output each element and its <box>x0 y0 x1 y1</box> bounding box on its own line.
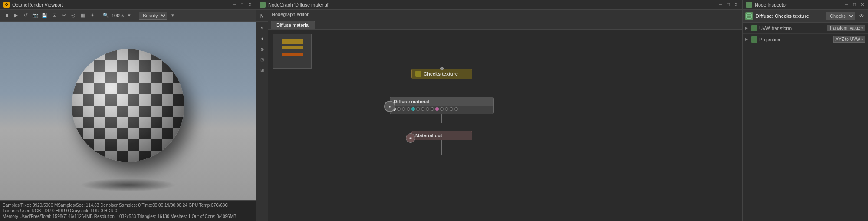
status-bar: Samples/Pixel: 3920/5000 MSamples/Sec: 1… <box>0 200 256 221</box>
close-button[interactable]: ✕ <box>248 3 252 7</box>
sidebar-select-btn[interactable]: ↖ <box>257 23 267 33</box>
save-image-button[interactable]: 💾 <box>41 12 49 20</box>
editor-label-text: Nodegraph editor <box>272 12 309 17</box>
inspector-window-controls: ─ □ ✕ <box>845 3 865 7</box>
port-14[interactable] <box>454 107 458 111</box>
zoom-value: 100% <box>112 13 124 18</box>
focus-button[interactable]: ◎ <box>69 12 77 20</box>
toolbar-sep-1 <box>99 12 99 19</box>
status-line-2: Textures Used RGB LDR 0 HDR 0 Grayscale … <box>3 208 253 213</box>
port-6[interactable] <box>416 107 420 111</box>
port-11[interactable] <box>440 107 444 111</box>
reset-button[interactable]: ↺ <box>22 12 30 20</box>
nodegraph-editor-label: Nodegraph editor <box>268 10 742 19</box>
minimap-node-3 <box>282 53 303 56</box>
uvw-icon <box>751 25 757 31</box>
sidebar-zoom-btn[interactable]: ⊕ <box>257 44 267 54</box>
minimap-node-2 <box>282 46 303 49</box>
ng-close-button[interactable]: ✕ <box>734 3 738 7</box>
mode-options-button[interactable]: ▾ <box>169 12 177 20</box>
port-13[interactable] <box>450 107 453 111</box>
port-2[interactable] <box>397 107 401 111</box>
proj-value: XYZ to UVW <box>835 37 860 42</box>
material-out-label: Material out <box>415 133 442 138</box>
inspector-panel-icon <box>746 2 752 8</box>
port-8[interactable] <box>426 107 429 111</box>
nodegraph-panel: NodeGraph 'Diffuse material' ─ □ ✕ N ↖ ✦… <box>256 0 742 221</box>
checks-texture-node[interactable]: Checks texture <box>411 69 472 79</box>
minimap <box>273 34 312 69</box>
inspector-node-name: Diffuse: Checks texture <box>756 13 823 19</box>
diffuse-material-ports <box>390 106 493 112</box>
sidebar-frame-btn[interactable]: ⊡ <box>257 55 267 64</box>
checks-texture-label: Checks texture <box>424 71 458 76</box>
nodegraph-window-controls: ─ □ ✕ <box>718 3 738 7</box>
maximize-button[interactable]: □ <box>240 3 244 7</box>
uvw-expand-arrow[interactable]: ▶ <box>745 26 750 30</box>
port-9[interactable] <box>431 107 434 111</box>
inspector-title-left: Node Inspector <box>746 2 787 8</box>
minimap-node-1 <box>282 39 303 44</box>
ground-shadow <box>80 178 176 191</box>
inspector-visibility-button[interactable]: 👁 <box>858 12 865 20</box>
proj-label: Projection <box>759 37 832 42</box>
toolbar-sep-2 <box>136 12 136 19</box>
checks-texture-header: Checks texture <box>412 69 472 79</box>
zoom-in-button[interactable]: 🔍 <box>102 12 110 20</box>
inspector-node-header: Diffuse: Checks texture Checks 👁 <box>743 10 868 23</box>
minimize-button[interactable]: ─ <box>232 3 237 7</box>
status-line-1: Samples/Pixel: 3920/5000 MSamples/Sec: 1… <box>3 203 253 208</box>
material-out-node[interactable]: ◉ Material out <box>411 131 472 140</box>
octane-viewport-panel: O OctaneRender Viewport ─ □ ✕ ⏸ ▶ ↺ 📷 💾 … <box>0 0 256 221</box>
port-12[interactable] <box>445 107 448 111</box>
port-3[interactable] <box>402 107 405 111</box>
insp-minimize[interactable]: ─ <box>845 3 849 7</box>
zoom-dropdown[interactable]: ▾ <box>125 12 133 20</box>
material-out-header: Material out <box>412 131 472 140</box>
proj-expand-arrow[interactable]: ▶ <box>745 37 750 41</box>
sidebar-grid-btn[interactable]: ⊞ <box>257 65 267 75</box>
sphere-mesh <box>72 49 184 162</box>
render-region-button[interactable]: ⊡ <box>50 12 58 20</box>
svg-rect-2 <box>747 14 751 18</box>
diffuse-material-header: Diffuse material <box>390 97 493 106</box>
pause-button[interactable]: ⏸ <box>3 12 10 20</box>
crop-button[interactable]: ✂ <box>60 12 68 20</box>
ng-maximize-button[interactable]: □ <box>726 3 730 7</box>
inspector-node-type-select[interactable]: Checks <box>826 12 855 20</box>
port-teal[interactable] <box>411 107 415 111</box>
play-button[interactable]: ▶ <box>12 12 20 20</box>
viewport-toolbar: ⏸ ▶ ↺ 📷 💾 ⊡ ✂ ◎ ▦ ☀ 🔍 100% ▾ Beauty ▾ <box>0 10 256 22</box>
diffuse-material-node[interactable]: ● Diffuse material <box>390 97 494 114</box>
port-7[interactable] <box>421 107 424 111</box>
lights-button[interactable]: ☀ <box>89 12 96 20</box>
minimap-content <box>273 34 311 68</box>
inspector-row-uvw[interactable]: ▶ UVW transform Transform value ▾ <box>743 23 868 34</box>
uvw-dropdown-arrow: ▾ <box>861 26 863 30</box>
connections-svg <box>268 30 742 221</box>
camera-button[interactable]: 📷 <box>31 12 39 20</box>
proj-value-dropdown[interactable]: XYZ to UVW ▾ <box>833 36 865 43</box>
node-inspector-panel: Node Inspector ─ □ ✕ Diffuse: Checks tex… <box>742 0 868 221</box>
insp-close[interactable]: ✕ <box>860 3 865 7</box>
beauty-mode-select[interactable]: Beauty <box>139 12 167 20</box>
zoom-level-container: 100% <box>112 13 124 18</box>
insp-maximize[interactable]: □ <box>852 3 857 7</box>
diffuse-material-tab[interactable]: Diffuse material <box>271 21 315 29</box>
checks-output-port[interactable] <box>440 67 444 70</box>
sidebar-move-btn[interactable]: ✦ <box>257 34 267 43</box>
checks-node-icon <box>415 71 421 77</box>
pass-button[interactable]: ▦ <box>79 12 87 20</box>
inspector-row-projection[interactable]: ▶ Projection XYZ to UVW ▾ <box>743 34 868 45</box>
uvw-value-dropdown[interactable]: Transform value ▾ <box>827 25 865 31</box>
nodegraph-sidebar: N ↖ ✦ ⊕ ⊡ ⊞ <box>256 10 268 221</box>
nodegraph-tab-bar: Diffuse material <box>268 19 742 30</box>
nodegraph-title: NodeGraph 'Diffuse material' <box>268 2 329 7</box>
matout-icon: ◉ <box>406 133 415 143</box>
ng-minimize-button[interactable]: ─ <box>718 3 723 7</box>
viewport-render-area <box>0 22 256 200</box>
port-4[interactable] <box>407 107 410 111</box>
port-pink[interactable] <box>435 107 439 111</box>
octane-icon: O <box>3 2 10 8</box>
nodegraph-canvas[interactable]: Checks texture ● Diffuse material <box>268 30 742 221</box>
